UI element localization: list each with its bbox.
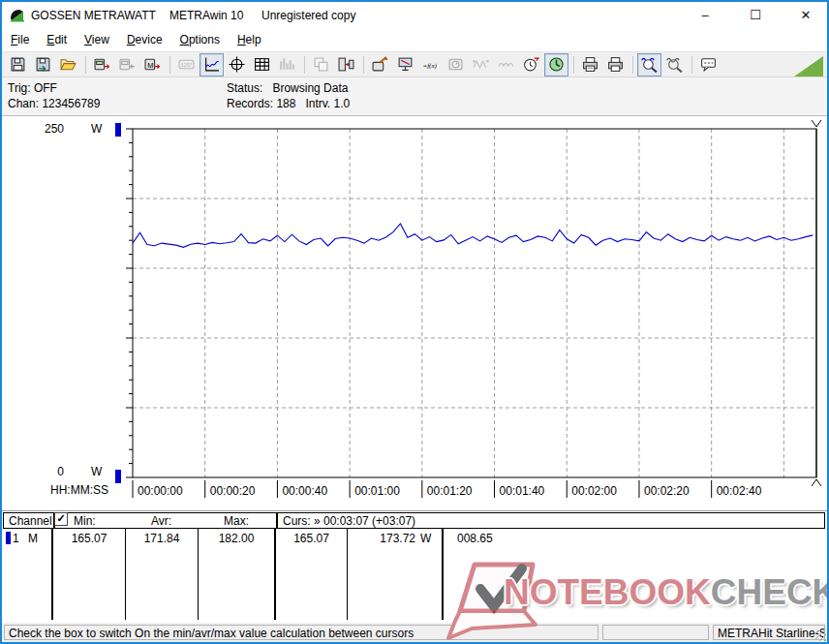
interval-label: Intrv. xyxy=(305,97,330,110)
view-cursors-icon xyxy=(229,56,245,73)
view-cursors-button[interactable] xyxy=(225,53,249,77)
avr-column-header: Avr: xyxy=(151,514,171,528)
pc-settings-icon xyxy=(397,56,414,73)
min-value: 165.07 xyxy=(53,532,125,545)
x-tick-label: 00:02:00 xyxy=(571,484,617,498)
resize-grip[interactable] xyxy=(815,630,826,641)
toolbar-separator xyxy=(691,56,692,74)
zoom-select-button[interactable] xyxy=(662,53,687,77)
device-monitor-button xyxy=(444,53,468,77)
read-device-button[interactable] xyxy=(90,53,114,77)
view-table-button[interactable] xyxy=(250,53,274,77)
comment-button[interactable] xyxy=(696,53,721,77)
status-middle xyxy=(602,625,709,640)
table-header: Channel: Min: Avr: Max: Curs: » 00:03:07… xyxy=(3,512,825,529)
print-preview-button[interactable] xyxy=(578,53,602,77)
cursor-delta-value: 008.65 xyxy=(457,532,525,545)
view-histogram-button xyxy=(275,53,299,77)
chan-label: Chan: xyxy=(8,97,39,110)
records-value: 188 xyxy=(276,97,295,110)
x-tick-label: 00:00:00 xyxy=(138,484,183,498)
copy-screen-icon xyxy=(313,56,329,73)
formula-button[interactable] xyxy=(418,53,443,77)
cursors-header: Curs: » 00:03:07 (+03:07) xyxy=(283,514,415,528)
menu-item-file[interactable]: File xyxy=(2,29,38,51)
acquisition-info-panel: Trig: OFF Chan: 123456789 Status: Browsi… xyxy=(2,77,827,116)
x-axis-format-label: HH:MM:SS xyxy=(31,483,108,497)
print-preview-icon xyxy=(582,56,599,73)
maximize-button[interactable]: ☐ xyxy=(733,2,778,29)
save-icon xyxy=(10,56,26,73)
trig-value: OFF xyxy=(34,81,57,95)
view-yt-chart-button[interactable] xyxy=(200,53,224,77)
zoom-mode-button[interactable] xyxy=(637,53,661,77)
avr-value: 171.84 xyxy=(126,532,198,545)
save-as-button[interactable] xyxy=(31,53,55,77)
status-label: Status: xyxy=(227,81,262,95)
cursor-handle-top[interactable] xyxy=(812,120,821,127)
power-series-line xyxy=(133,224,813,247)
min-column-header: Min: xyxy=(74,514,96,528)
status-value: Browsing Data xyxy=(272,81,348,95)
x-tick-label: 00:01:20 xyxy=(427,484,473,498)
print-icon xyxy=(607,56,624,73)
menu-item-view[interactable]: View xyxy=(76,29,118,51)
view-histogram-icon xyxy=(279,56,295,73)
device-settings-icon xyxy=(372,56,388,73)
minimize-button[interactable]: – xyxy=(683,2,727,29)
close-button[interactable]: ✕ xyxy=(783,2,828,29)
open-icon xyxy=(60,56,77,73)
lcd-display-icon xyxy=(178,56,195,73)
channel1-color-bar xyxy=(6,532,11,544)
schedule-button[interactable] xyxy=(519,53,543,77)
power-chart[interactable]: 00:00:0000:00:2000:00:4000:01:0000:01:20… xyxy=(2,116,827,510)
channel-mode: M xyxy=(28,532,42,545)
lcd-display-button xyxy=(174,53,199,77)
status-bar: Check the box to switch On the min/avr/m… xyxy=(2,623,827,642)
trig-label: Trig: xyxy=(8,81,31,95)
status-hint: Check the box to switch On the min/avr/m… xyxy=(4,625,599,640)
live-timer-icon xyxy=(548,56,565,73)
zoom-mode-icon xyxy=(641,56,658,73)
title-product: METRAwin 10 xyxy=(169,9,243,22)
minmax-calc-checkbox[interactable]: ✓ xyxy=(54,512,68,526)
save-button[interactable] xyxy=(6,53,30,77)
toolbar xyxy=(2,52,827,77)
records-label: Records: xyxy=(227,97,273,110)
open-button[interactable] xyxy=(56,53,80,77)
view-yt-chart-icon xyxy=(203,56,220,73)
transfer-icon xyxy=(338,56,354,73)
title-bar: GOSSEN METRAWATT METRAwin 10 Unregistere… xyxy=(2,2,827,29)
probe-button xyxy=(469,53,493,77)
toolbar-separator xyxy=(363,56,364,74)
save-as-icon xyxy=(35,56,51,73)
max-column-header: Max: xyxy=(224,514,249,528)
menu-item-device[interactable]: Device xyxy=(118,29,171,51)
toolbar-separator xyxy=(304,56,305,74)
connection-indicator xyxy=(794,56,823,77)
cursor-value-table: Channel: Min: Avr: Max: Curs: » 00:03:07… xyxy=(2,510,827,624)
read-memory-icon xyxy=(144,56,161,73)
schedule-icon xyxy=(523,56,539,73)
y-axis-min-label: 0 xyxy=(31,465,64,478)
device-settings-button[interactable] xyxy=(368,53,392,77)
cursor-handle-bottom[interactable] xyxy=(812,479,821,486)
live-timer-button[interactable] xyxy=(544,53,568,77)
read-device-icon xyxy=(94,56,110,73)
read-memory-button[interactable] xyxy=(140,53,165,77)
interval-value: 1.0 xyxy=(334,97,351,110)
toolbar-separator xyxy=(573,56,574,74)
print-button[interactable] xyxy=(603,53,628,77)
title-license: Unregistered copy xyxy=(261,9,355,22)
cursor2-unit: W xyxy=(420,532,438,545)
menu-item-options[interactable]: Options xyxy=(171,29,229,51)
pc-settings-button[interactable] xyxy=(393,53,417,77)
y-axis-unit-top: W xyxy=(91,122,102,136)
x-tick-label: 00:01:40 xyxy=(500,484,545,498)
toolbar-separator xyxy=(85,56,86,74)
channel1-scale-marker-top xyxy=(115,123,121,137)
menu-item-help[interactable]: Help xyxy=(229,29,270,51)
menu-item-edit[interactable]: Edit xyxy=(38,29,76,51)
plot-border xyxy=(133,129,816,477)
transfer-button[interactable] xyxy=(334,53,358,77)
